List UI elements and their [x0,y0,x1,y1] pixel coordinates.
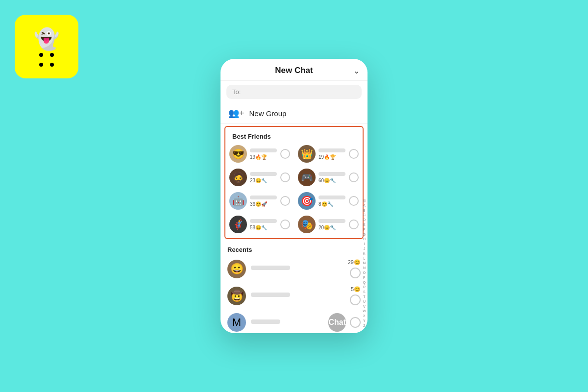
alpha-letter-C[interactable]: C [363,213,366,218]
alpha-letter-W[interactable]: W [363,309,366,314]
recent-score: 29😊 [348,259,361,266]
friend-select-circle[interactable] [349,220,359,229]
alpha-letter-V[interactable]: V [363,304,366,309]
friend-name-bar [250,172,277,176]
chat-button[interactable]: Chat [328,313,346,332]
recent-score: 5😊 [351,286,361,293]
alpha-letter-G[interactable]: G [363,232,366,237]
friend-info: 20😊🔧 [318,219,349,230]
alpha-letter-U[interactable]: U [363,299,366,304]
alpha-letter-N[interactable]: N [363,266,366,270]
alpha-letter-S[interactable]: S [363,290,366,294]
friend-select-circle[interactable] [349,149,359,159]
alpha-letter-M[interactable]: M [363,261,366,266]
alpha-letter-O[interactable]: O [363,270,366,275]
scroll-content: @ABCDEFGHIJKLMNOPQRSTUVWXYZ# Best Friend… [220,124,368,333]
alpha-letter-Y[interactable]: Y [363,318,366,323]
friend-avatar: 🎭 [298,216,316,233]
alpha-letter-E[interactable]: E [363,222,366,227]
friend-score: 60😊🔧 [318,178,349,183]
new-group-row[interactable]: 👥+ New Group [220,103,368,124]
friend-item[interactable]: 🎭 20😊🔧 [294,213,363,236]
recents-header: Recents [220,242,368,255]
friend-select-circle[interactable] [280,149,290,159]
alpha-letter-D[interactable]: D [363,218,366,222]
alpha-letter-X[interactable]: X [363,314,366,318]
best-friends-grid: 😎 19🔥🏆 👑 19🔥🏆 🧔 23😊🔧 🎮 [225,142,363,236]
friend-score: 19🔥🏆 [250,154,280,160]
friend-item[interactable]: 🤖 36😊🚀 [225,189,294,213]
friend-score: 36😊🚀 [250,201,280,207]
alpha-letter-A[interactable]: A [363,203,366,208]
recent-right: 5😊 [350,286,361,305]
to-label: To: [232,88,241,96]
friend-score: 20😊🔧 [318,225,349,230]
alpha-letter-@[interactable]: @ [363,198,366,203]
snapcode: 👻 [15,15,78,78]
friend-avatar: 🎮 [298,169,316,186]
recent-select-circle[interactable] [350,294,361,305]
alpha-letter-F[interactable]: F [363,227,365,232]
friend-info: 19🔥🏆 [318,148,349,160]
friend-name-bar [318,196,345,199]
friend-select-circle[interactable] [280,196,290,206]
recent-info [251,293,350,299]
phone-frame: New Chat ⌄ To: 👥+ New Group @ABCDEFGHIJK… [220,59,368,333]
recent-name-bar [251,266,290,270]
friend-avatar: 🤖 [229,192,247,210]
friend-select-circle[interactable] [280,172,290,182]
header: New Chat ⌄ [220,59,368,81]
recent-item[interactable]: 😄 29😊 [220,255,368,282]
recent-info [251,319,328,326]
to-field[interactable]: To: [226,85,362,99]
alpha-letter-T[interactable]: T [363,294,365,299]
recent-select-circle[interactable] [350,268,361,278]
alpha-letter-Z[interactable]: Z [363,323,365,328]
recent-select-circle[interactable] [350,317,361,328]
alpha-letter-#[interactable]: # [363,328,365,333]
friend-name-bar [318,148,345,152]
friend-avatar: 🧔 [229,169,247,186]
friend-name-bar [318,219,345,223]
friend-select-circle[interactable] [349,196,359,206]
alpha-letter-K[interactable]: K [363,251,366,256]
recent-avatar: M [227,313,246,332]
recent-item[interactable]: M Chat [220,309,368,333]
friend-score: 23😊🔧 [250,178,280,183]
friend-item[interactable]: 🦸 58😊🔧 [225,213,294,236]
friend-info: 8😊🔧 [318,196,349,207]
alpha-letter-L[interactable]: L [363,256,365,261]
alpha-letter-H[interactable]: H [363,237,366,242]
friend-select-circle[interactable] [280,220,290,229]
friend-name-bar [250,196,277,199]
alpha-letter-R[interactable]: R [363,285,366,290]
alpha-letter-B[interactable]: B [363,208,366,213]
friend-item[interactable]: 😎 19🔥🏆 [225,142,294,166]
friend-avatar: 🎯 [298,192,316,210]
friend-score: 58😊🔧 [250,225,280,230]
recent-name-bar [251,319,280,324]
alpha-letter-J[interactable]: J [364,246,366,251]
alpha-letter-I[interactable]: I [364,242,365,246]
recent-info [251,266,348,272]
friend-select-circle[interactable] [349,172,359,182]
alpha-letter-Q[interactable]: Q [363,280,366,285]
friend-avatar: 🦸 [229,216,247,233]
group-icon: 👥+ [228,108,245,119]
friend-info: 58😊🔧 [250,219,280,230]
header-title: New Chat [275,66,313,75]
alpha-letter-P[interactable]: P [363,275,366,280]
friend-item[interactable]: 👑 19🔥🏆 [294,142,363,166]
friend-avatar: 👑 [298,145,316,163]
recents-section: Recents 😄 29😊 🤠 5😊 [220,241,368,333]
friend-item[interactable]: 🎯 8😊🔧 [294,189,363,213]
friend-item[interactable]: 🧔 23😊🔧 [225,166,294,189]
recent-item[interactable]: 🤠 5😊 [220,282,368,309]
alpha-index: @ABCDEFGHIJKLMNOPQRSTUVWXYZ# [361,197,368,333]
recent-right: 29😊 [348,259,361,278]
friend-item[interactable]: 🎮 60😊🔧 [294,166,363,189]
recent-avatar: 🤠 [227,287,246,305]
friend-name-bar [318,172,345,176]
chevron-down-icon[interactable]: ⌄ [353,66,360,75]
best-friends-section: Best Friends 😎 19🔥🏆 👑 19🔥🏆 🧔 23😊🔧 [224,126,364,239]
